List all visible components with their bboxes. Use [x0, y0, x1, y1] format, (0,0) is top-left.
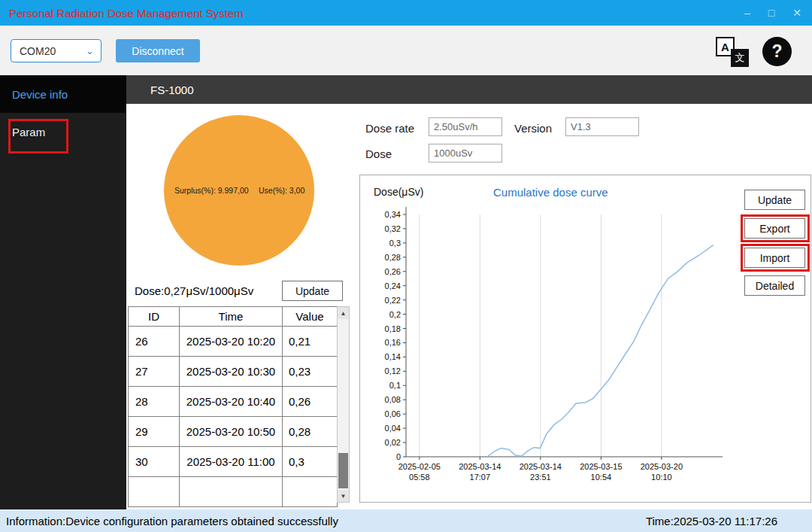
table-scrollbar[interactable]: ▲ ▼ [337, 306, 350, 503]
table-row[interactable] [129, 477, 338, 507]
svg-text:0,26: 0,26 [385, 267, 401, 276]
svg-text:10:54: 10:54 [591, 473, 612, 482]
table-header-id: ID [129, 307, 180, 327]
table-cell: 0,21 [283, 327, 338, 357]
svg-text:23:51: 23:51 [530, 473, 551, 482]
scroll-down-icon[interactable]: ▼ [338, 490, 349, 502]
translate-cjk-glyph: 文 [731, 49, 749, 67]
dose-rate-label: Dose rate [365, 122, 414, 135]
table-cell: 2025-03-20 11:00 [180, 447, 283, 477]
update-dose-button[interactable]: Update [282, 281, 343, 301]
svg-text:0,34: 0,34 [385, 210, 401, 219]
svg-text:0,16: 0,16 [385, 338, 401, 347]
table-row[interactable]: 302025-03-20 11:000,3 [129, 447, 338, 477]
sidebar-item-label: Param [12, 126, 45, 138]
sidebar: Device info Param [0, 75, 126, 509]
svg-text:0,1: 0,1 [389, 381, 401, 390]
svg-text:0,2: 0,2 [389, 310, 401, 319]
chart-export-button[interactable]: Export [744, 218, 805, 239]
close-button[interactable]: ✕ [792, 7, 801, 19]
scrollbar-thumb[interactable] [338, 453, 348, 488]
table-cell: 29 [129, 417, 180, 447]
sidebar-item-device-info[interactable]: Device info [0, 75, 126, 113]
table-header-row: ID Time Value [129, 307, 338, 327]
table-row[interactable]: 282025-03-20 10:400,26 [129, 387, 338, 417]
pie-use-label: Use(%): 3,00 [259, 186, 304, 195]
svg-text:17:07: 17:07 [470, 473, 491, 482]
svg-text:0,24: 0,24 [385, 281, 401, 290]
table-cell: 27 [129, 357, 180, 387]
dose-chart: 2025-02-0505:582025-03-1417:072025-03-14… [359, 175, 811, 503]
table-cell: 0,28 [283, 417, 338, 447]
disconnect-button[interactable]: Disconnect [116, 39, 200, 62]
dose-input[interactable] [429, 144, 502, 163]
scroll-up-icon[interactable]: ▲ [338, 307, 349, 319]
chart-detailed-button[interactable]: Detailed [744, 275, 805, 296]
svg-text:0,3: 0,3 [389, 239, 401, 248]
dose-label: Dose [365, 147, 392, 160]
device-model-tab[interactable]: FS-1000 [150, 84, 194, 96]
pie-surplus-label: Surplus(%): 9.997,00 [174, 186, 249, 195]
window-controls: – □ ✕ [744, 0, 801, 26]
statusbar: Information:Device configuration paramet… [0, 509, 812, 532]
svg-text:2025-03-20: 2025-03-20 [641, 462, 683, 471]
version-input[interactable] [565, 117, 639, 136]
table-cell: 0,23 [283, 357, 338, 387]
app-window: Personal Radiation Dose Management Syste… [0, 0, 812, 532]
table-cell: 30 [129, 447, 180, 477]
maximize-button[interactable]: □ [768, 7, 774, 19]
svg-text:2025-03-14: 2025-03-14 [520, 462, 562, 471]
svg-text:0,12: 0,12 [385, 366, 401, 375]
table-cell: 2025-03-20 10:50 [180, 417, 283, 447]
sidebar-item-label: Device info [12, 88, 68, 101]
svg-text:2025-03-14: 2025-03-14 [459, 462, 501, 471]
table-cell: 2025-03-20 10:30 [180, 357, 283, 387]
svg-text:0,28: 0,28 [385, 253, 401, 262]
dose-table-body: 262025-03-20 10:200,21272025-03-20 10:30… [129, 327, 338, 507]
table-header-value: Value [283, 307, 338, 327]
dose-rate-input[interactable] [429, 117, 502, 136]
version-label: Version [514, 122, 552, 135]
svg-text:2025-02-05: 2025-02-05 [398, 462, 441, 471]
svg-text:0,32: 0,32 [385, 224, 401, 233]
svg-text:0,22: 0,22 [385, 296, 401, 305]
table-cell: 2025-03-20 10:20 [180, 327, 283, 357]
com-port-select[interactable]: COM20 ⌄ [11, 39, 102, 62]
status-info-text: Information:Device configuration paramet… [6, 515, 338, 527]
svg-text:0: 0 [396, 452, 401, 461]
translate-icon[interactable]: A 文 [716, 37, 749, 67]
table-row[interactable]: 292025-03-20 10:500,28 [129, 417, 338, 447]
svg-text:0,08: 0,08 [385, 395, 401, 404]
table-cell [180, 477, 283, 507]
table-row[interactable]: 262025-03-20 10:200,21 [129, 327, 338, 357]
svg-text:2025-03-15: 2025-03-15 [580, 462, 622, 471]
table-cell: 26 [129, 327, 180, 357]
sidebar-item-param[interactable]: Param [0, 113, 126, 150]
svg-text:10:10: 10:10 [651, 473, 672, 482]
chart-import-button[interactable]: Import [744, 248, 805, 268]
chart-update-button[interactable]: Update [744, 190, 805, 210]
table-cell: 28 [129, 387, 180, 417]
dose-summary-text: Dose:0,27μSv/1000μSv [135, 284, 253, 297]
table-cell: 0,26 [283, 387, 338, 417]
svg-text:0,18: 0,18 [385, 324, 401, 333]
table-cell [283, 477, 338, 507]
dose-history-table: ID Time Value 262025-03-20 10:200,212720… [128, 306, 338, 507]
help-icon[interactable]: ? [762, 37, 792, 66]
chevron-down-icon: ⌄ [86, 45, 94, 56]
svg-text:05:58: 05:58 [409, 473, 430, 482]
table-row[interactable]: 272025-03-20 10:300,23 [129, 357, 338, 387]
svg-text:0,02: 0,02 [385, 438, 401, 447]
device-tab-strip: FS-1000 [126, 75, 812, 104]
table-cell: 2025-03-20 10:40 [180, 387, 283, 417]
com-port-value: COM20 [20, 45, 56, 57]
status-time-text: Time:2025-03-20 11:17:26 [646, 515, 777, 527]
minimize-button[interactable]: – [744, 7, 750, 19]
table-cell [129, 477, 180, 507]
window-title: Personal Radiation Dose Management Syste… [9, 7, 244, 20]
table-header-time: Time [180, 307, 283, 327]
svg-text:0,04: 0,04 [385, 424, 401, 433]
svg-text:0,14: 0,14 [385, 352, 401, 361]
table-cell: 0,3 [283, 447, 338, 477]
titlebar: Personal Radiation Dose Management Syste… [0, 0, 812, 26]
